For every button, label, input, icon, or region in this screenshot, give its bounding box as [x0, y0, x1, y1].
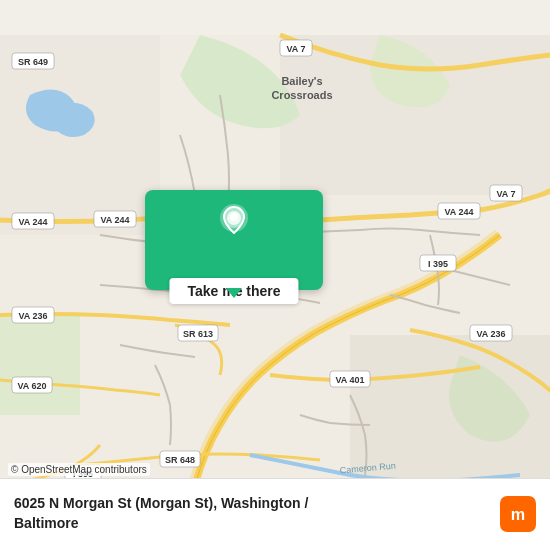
moovit-logo: m: [500, 496, 536, 532]
info-bar: 6025 N Morgan St (Morgan St), Washington…: [0, 478, 550, 550]
svg-text:VA 244: VA 244: [18, 217, 47, 227]
svg-text:SR 649: SR 649: [18, 57, 48, 67]
svg-text:VA 7: VA 7: [286, 44, 305, 54]
address-container: 6025 N Morgan St (Morgan St), Washington…: [14, 494, 500, 533]
svg-text:m: m: [511, 505, 525, 523]
location-pin-icon: [216, 202, 252, 238]
svg-text:I 395: I 395: [428, 259, 448, 269]
moovit-icon: m: [500, 496, 536, 532]
svg-text:SR 648: SR 648: [165, 455, 195, 465]
svg-point-41: [230, 213, 238, 221]
take-me-there-button[interactable]: Take me there: [169, 278, 298, 304]
svg-rect-4: [0, 315, 80, 415]
svg-text:VA 244: VA 244: [444, 207, 473, 217]
address-line2: Baltimore: [14, 514, 500, 534]
green-card: Take me there: [145, 190, 323, 290]
svg-text:VA 401: VA 401: [335, 375, 364, 385]
svg-text:VA 236: VA 236: [18, 311, 47, 321]
svg-text:VA 620: VA 620: [17, 381, 46, 391]
svg-text:VA 236: VA 236: [476, 329, 505, 339]
svg-text:VA 244: VA 244: [100, 215, 129, 225]
osm-attribution: © OpenStreetMap contributors: [8, 463, 150, 476]
map-container: SR 649 VA 7 Bailey's Crossroads VA 244 V…: [0, 0, 550, 550]
take-me-there-card: Take me there: [145, 190, 323, 290]
svg-text:Bailey's: Bailey's: [281, 75, 322, 87]
svg-text:SR 613: SR 613: [183, 329, 213, 339]
svg-text:Crossroads: Crossroads: [271, 89, 332, 101]
svg-text:VA 7: VA 7: [496, 189, 515, 199]
address-line1: 6025 N Morgan St (Morgan St), Washington…: [14, 494, 500, 514]
